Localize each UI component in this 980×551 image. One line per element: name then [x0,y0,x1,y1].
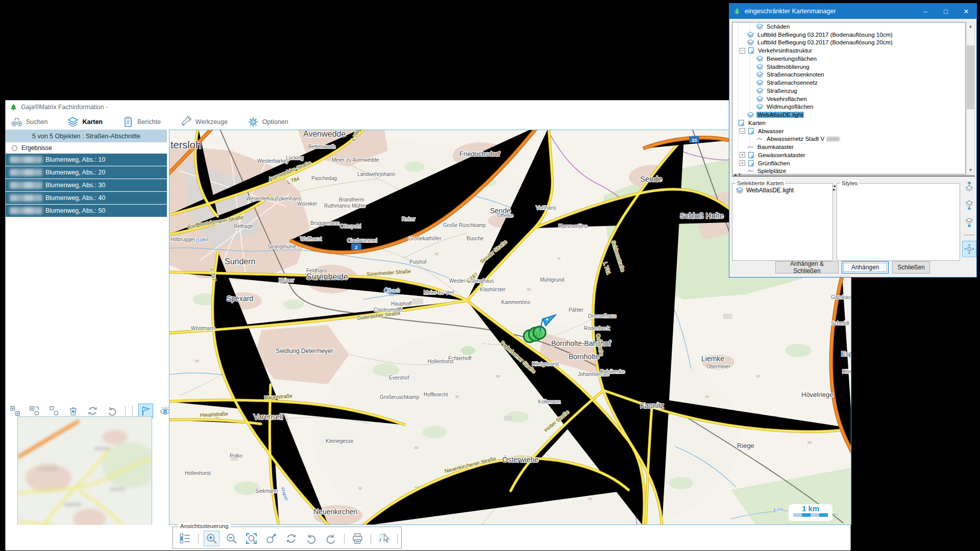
toolbar-separator [132,406,133,416]
result-row[interactable]: Blumenweg, Abs.: 30 [6,179,167,191]
layer-remove-icon[interactable] [963,217,975,229]
refresh-map-icon[interactable] [283,531,299,546]
map-label: Neuenkirchen [313,508,357,516]
collapse-icon[interactable]: − [740,128,745,134]
map-label: Polko [230,453,242,459]
result-label: Blumenweg, Abs.: 50 [45,207,105,214]
map-label: Hillbrügger [170,237,195,242]
tree-item-karten[interactable]: Karten [732,119,965,127]
view-controls-label: Ansichtssteuerung [178,523,231,529]
tree-item-vekehrsfl-chen[interactable]: Vekehrsflächen [732,95,965,103]
info-pointer-icon[interactable]: i [376,531,392,546]
zoom-out-icon[interactable] [224,531,239,546]
maximize-button[interactable]: □ [936,4,956,19]
toolbar-button-optionen[interactable]: Optionen [244,115,291,129]
expand-icon[interactable]: + [740,160,745,166]
tree-item-luftbild-befliegung-03-2017-bodenaufl-sung-10cm-[interactable]: Luftbild Befliegung 03.2017 (Bodenauflös… [732,31,965,39]
result-row[interactable]: Blumenweg, Abs.: 50 [6,205,167,217]
toolbar-button-suchen[interactable]: Suchen [8,115,51,129]
map-label: Schmidt [831,320,849,326]
map-label: Liemke [701,355,724,363]
dialog-logo-icon [733,8,741,15]
tree-item-sch-den[interactable]: Schäden [732,22,965,31]
map-label: Paschedag [311,176,337,181]
undo-view-icon[interactable] [303,531,319,546]
results-group-label: Ergebnisse [21,144,52,152]
zoom-in-icon[interactable] [204,531,219,546]
layer-icon [756,55,764,62]
zoom-feature-icon[interactable] [263,531,279,546]
map-label: Hövelriege [801,391,833,398]
collapse-icon[interactable]: − [740,48,745,54]
scroll-up-icon[interactable]: ▲ [967,22,974,30]
toolbar-button-karten[interactable]: Karten [64,115,106,129]
tree-item-gr-nfl-chen[interactable]: +Grünflächen [732,159,965,167]
tree-scrollbar[interactable]: ▲ ▼ [966,22,975,174]
redacted-text [10,156,42,163]
schlie-en-button[interactable]: Schließen [892,261,930,273]
tree-item-label: Luftbild Befliegung 03.2017 (Bodenauflös… [756,39,894,45]
tree-item-abwassernetz-stadt-v[interactable]: Abwassernetz Stadt V [732,135,965,143]
toolbar-separator [371,534,371,544]
result-row[interactable]: Blumenweg, Abs.: 40 [6,192,167,204]
map-label: Siedlung Determeyer [276,347,333,355]
tree-item-luftbild-befliegung-03-2017-bodenaufl-sung-20cm-[interactable]: Luftbild Befliegung 03.2017 (Bodenauflös… [732,39,965,47]
tree-item-webatlasde-light[interactable]: WebAtlasDE.light [732,111,965,119]
map-label: Reker [402,216,415,222]
map-label: Großekathöfer [408,236,442,241]
map-label: Evershof [389,375,409,381]
tree-item-widmungsfl-chen[interactable]: Widmungsflächen [732,103,965,111]
vertical-splitter[interactable]: ◄► [832,184,836,191]
dialog-titlebar[interactable]: eingeschränkter Kartenmanager –□✕ [729,4,976,19]
map-label: Hoffknecht [424,392,448,397]
tree-item-abwasser[interactable]: −Abwasser [732,127,965,135]
map-label: Riege [737,442,754,449]
tree-item-stadtm-blierung[interactable]: Stadtmöblierung [732,63,965,71]
tree-item-gew-sserkataster[interactable]: +Gewässerkataster [732,151,965,159]
results-group-row[interactable]: Ergebnisse [6,142,167,154]
results-group-icon [12,145,17,151]
map-label: Rethage [234,223,253,229]
tree-item-stra-enachsennetz[interactable]: Straßenachsennetz [732,79,965,87]
minimize-button[interactable]: – [915,4,936,19]
close-button[interactable]: ✕ [956,4,976,19]
scroll-down-icon[interactable]: ▼ [967,166,974,174]
map-label: Feldhans [306,268,327,273]
tree-item-verkehrsinfrastruktur[interactable]: −Verkehrsinfrastruktur [732,46,965,55]
map-label: Brüggemann [310,220,339,226]
styles-listbox[interactable]: Styles [837,183,960,261]
toolbar-label: Werkzeuge [195,118,228,126]
map-label: Siekmann [255,488,278,494]
toolbar-separator [344,534,345,544]
main-toolbar: SuchenKartenBerichteWerkzeugeOptionen [6,114,850,130]
horizontal-splitter[interactable]: ▲▼ [732,176,975,180]
center-map-icon[interactable] [962,241,976,257]
toolbar-label: Suchen [26,118,47,126]
legend-icon[interactable] [177,531,193,546]
anh-ngen-schlie-en-button[interactable]: Anhängen & Schließen [775,261,839,273]
tree-item-stra-enachsenknoten[interactable]: Straßenachsenknoten [732,71,965,79]
redo-view-icon[interactable] [323,531,339,546]
line-icon [756,135,764,142]
map-label: Kolkmann [538,399,560,405]
layer-down-icon[interactable] [963,199,975,211]
tree-item-stra-enzug[interactable]: Straßenzug [732,87,965,95]
map-label: Klashörster [480,287,506,292]
zoom-window-icon[interactable] [243,531,259,546]
tree-item-baumkataster[interactable]: Baumkataster [732,143,965,151]
tree-item-spielpl-tze[interactable]: Spielplätze [732,167,965,175]
expand-icon[interactable]: + [740,152,745,158]
tree-item-bewertungsfl-chen[interactable]: Bewertungsflächen [732,55,965,63]
scroll-thumb[interactable] [967,45,974,109]
toolbar-button-werkzeuge[interactable]: Werkzeuge [177,115,231,129]
toolbar-button-berichte[interactable]: Berichte [119,115,164,129]
map-label: Wapel [280,486,289,502]
layer-up-icon[interactable] [963,181,975,193]
selected-maps-listbox[interactable]: Selektierte Karten WebAtlasDE.light [732,183,833,261]
result-row[interactable]: Blumenweg, Abs.: 10 [6,154,167,166]
print-icon[interactable] [350,531,365,546]
layer-icon [756,71,764,78]
anh-ngen-button[interactable]: Anhängen [842,261,889,273]
result-row[interactable]: Blumenweg, Abs.: 20 [6,166,167,179]
kartenmanager-dialog: eingeschränkter Kartenmanager –□✕ Schäde… [729,3,977,278]
